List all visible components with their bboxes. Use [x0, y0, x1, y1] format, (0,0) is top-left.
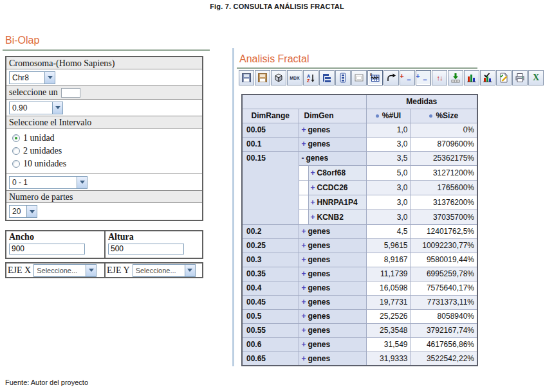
- expand-icon[interactable]: +: [302, 340, 306, 349]
- chevron-down-icon[interactable]: [185, 265, 195, 276]
- chevron-down-icon[interactable]: [52, 102, 62, 114]
- expand-icon[interactable]: +: [311, 183, 315, 192]
- chevron-down-icon[interactable]: [26, 206, 37, 217]
- print-config-button[interactable]: [496, 70, 512, 85]
- chevron-down-icon[interactable]: [86, 265, 96, 276]
- radio-2-unidades[interactable]: 2 unidades: [12, 145, 201, 157]
- expand-icon[interactable]: +: [311, 198, 315, 207]
- chevron-down-icon[interactable]: [77, 177, 87, 188]
- show-properties-button[interactable]: [335, 70, 351, 85]
- eje-y-select[interactable]: Seleccione...: [133, 264, 196, 277]
- dimgen-cell: +genes: [299, 137, 366, 151]
- table-row: 00.2 +genes 4,5 12401762,5%: [242, 224, 477, 238]
- size-cell: 37035700%: [411, 209, 477, 224]
- threshold-value: 0.90: [10, 102, 52, 114]
- olap-navigator-button[interactable]: [271, 70, 286, 85]
- dimrange-cell: 00.65: [242, 352, 299, 366]
- seleccione-input[interactable]: [61, 88, 80, 98]
- eje-y-group: EJE Y Seleccione...: [104, 263, 202, 277]
- expand-icon[interactable]: +: [302, 255, 306, 264]
- swap-axes-button[interactable]: [383, 70, 399, 85]
- expand-icon[interactable]: +: [302, 298, 306, 307]
- cromosoma-header: Cromosoma-(Homo Sapiens): [6, 57, 202, 69]
- table-row: 00.5 +genes 25,2526 8058940%: [242, 309, 477, 323]
- show-chart-button[interactable]: [464, 70, 479, 85]
- size-cell: 0%: [411, 123, 477, 137]
- expand-icon[interactable]: +: [302, 125, 306, 134]
- expand-icon[interactable]: +: [311, 213, 315, 222]
- suppress-empty-button[interactable]: [351, 70, 367, 85]
- chevron-down-icon[interactable]: [44, 72, 55, 84]
- expand-icon[interactable]: +: [302, 354, 306, 363]
- sort-button[interactable]: AZ: [303, 70, 319, 85]
- collapse-icon[interactable]: -: [302, 154, 304, 163]
- dimgen-cell: +genes: [299, 281, 366, 295]
- drill-replace-button[interactable]: ↑↓: [432, 70, 447, 85]
- interval-radio-group: 1 unidad 2 unidades 10 unidades: [6, 129, 202, 174]
- ancho-input[interactable]: [9, 244, 85, 254]
- printer-icon: [515, 73, 525, 83]
- drill-member-icon: +−: [403, 73, 411, 83]
- medidas-header: Medidas: [366, 94, 477, 109]
- dimgen-cell: +genes: [299, 337, 366, 352]
- ui-cell: 3,5: [366, 151, 411, 165]
- expand-icon[interactable]: +: [302, 227, 306, 236]
- radio-selected-icon[interactable]: [12, 134, 20, 142]
- expand-icon[interactable]: +: [302, 269, 306, 278]
- column-header-row: DimRange DimGen %#UI %Size: [242, 109, 477, 123]
- size-cell: 8058940%: [411, 309, 477, 323]
- ui-cell: 25,2526: [366, 309, 411, 323]
- eje-x-group: EJE X Seleccione...: [6, 263, 104, 277]
- expand-icon[interactable]: +: [302, 312, 306, 321]
- sort-indicator-icon[interactable]: [429, 114, 432, 118]
- query-form: Cromosoma-(Homo Sapiens) Chr8 seleccione…: [5, 56, 203, 221]
- drill-position-icon: +−: [420, 73, 427, 83]
- cube-icon: [273, 73, 284, 83]
- expand-icon[interactable]: +: [311, 168, 315, 177]
- show-parent-members-button[interactable]: [319, 70, 335, 85]
- expand-icon[interactable]: +: [302, 241, 306, 250]
- radio-icon[interactable]: [12, 147, 20, 155]
- ui-cell: 11,1739: [366, 267, 411, 281]
- print-button[interactable]: [512, 70, 528, 85]
- ui-cell: 4,5: [366, 224, 411, 238]
- sort-indicator-icon[interactable]: [376, 114, 379, 118]
- partes-select[interactable]: 20: [9, 205, 37, 218]
- save-button[interactable]: [239, 70, 254, 85]
- chromosome-select[interactable]: Chr8: [9, 71, 55, 84]
- dimgen-cell: +genes: [299, 352, 366, 366]
- figure-caption: Fig. 7. CONSULTA ANÁLISIS FRACTAL: [0, 3, 554, 10]
- dimrange-cell: 00.6: [242, 337, 299, 352]
- threshold-select[interactable]: 0.90: [9, 102, 63, 114]
- drill-position-button[interactable]: +−: [416, 70, 431, 85]
- table-row: 00.55 +genes 25,3548 3792167,74%: [242, 323, 477, 337]
- expand-icon[interactable]: +: [302, 283, 306, 292]
- drill-through-button[interactable]: [448, 70, 463, 85]
- drill-member-button[interactable]: +−: [400, 70, 415, 85]
- analisis-fractal-title: Analisis Fractal: [239, 53, 309, 65]
- save-as-button[interactable]: [255, 70, 270, 85]
- ui-cell: 3,0: [366, 180, 411, 195]
- dimgen-child-cell: +C8orf68: [299, 165, 366, 180]
- mdx-editor-button[interactable]: MDX: [287, 70, 302, 85]
- ui-cell: 8,9167: [366, 253, 411, 267]
- size-cell: 1765600%: [411, 180, 477, 195]
- radio-10-unidades[interactable]: 10 unidades: [12, 157, 201, 170]
- analisis-underline: [237, 67, 477, 69]
- altura-label: Altura: [108, 232, 199, 242]
- radio-1-unidad[interactable]: 1 unidad: [12, 132, 201, 145]
- ui-cell: 5,9615: [366, 238, 411, 253]
- export-excel-button[interactable]: X: [528, 70, 544, 85]
- radio-icon[interactable]: [12, 160, 20, 168]
- expand-icon[interactable]: +: [302, 326, 306, 335]
- hide-spans-button[interactable]: 0: [367, 70, 383, 85]
- range-select[interactable]: 0 - 1: [9, 176, 88, 189]
- altura-input[interactable]: [108, 244, 184, 254]
- chart-config-button[interactable]: [480, 70, 495, 85]
- expand-icon[interactable]: +: [302, 139, 306, 148]
- eje-x-select[interactable]: Seleccione...: [33, 264, 97, 277]
- excel-icon: X: [533, 73, 539, 83]
- dimensions-box: Ancho Altura: [5, 230, 203, 259]
- sort-az-icon: AZ: [306, 73, 316, 83]
- table-row: 00.25 +genes 5,9615 10092230,77%: [242, 238, 477, 253]
